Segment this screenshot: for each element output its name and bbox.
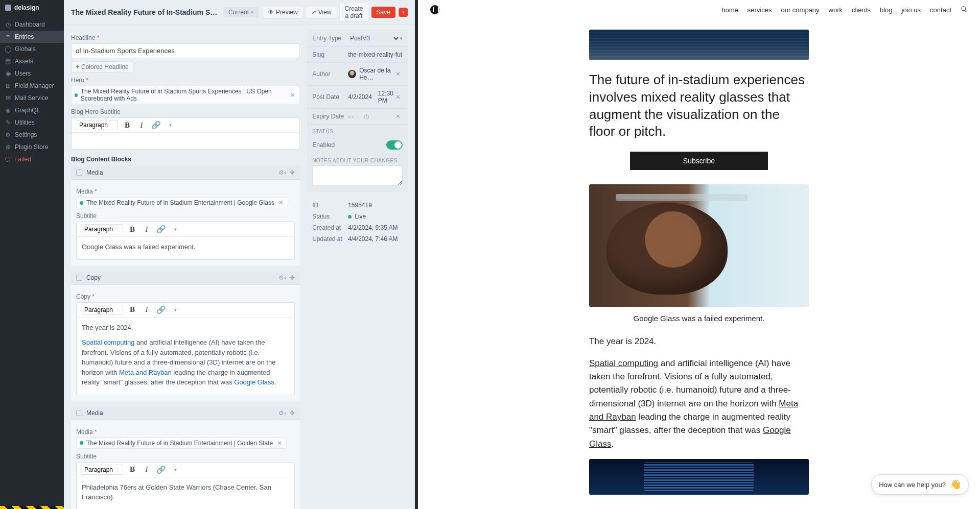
copy-body[interactable]: The year is 2024. Spatial computing and … xyxy=(77,318,294,395)
sidebar-item-utilities[interactable]: ✎Utilities xyxy=(0,116,64,129)
chevron-down-icon: ▾ xyxy=(400,36,403,41)
subtitle-body[interactable]: Philadelphia 76ers at Golden State Warri… xyxy=(77,477,294,510)
italic-button[interactable]: I xyxy=(142,305,152,315)
subscribe-button[interactable]: Subscribe xyxy=(630,152,768,170)
nav-blog[interactable]: blog xyxy=(880,6,893,14)
remove-author-icon[interactable]: ✕ xyxy=(393,70,403,78)
more-format-button[interactable]: ▾ xyxy=(170,465,180,475)
paragraph-select[interactable]: Paragraph xyxy=(81,465,123,475)
block-move-icon[interactable]: ✥ xyxy=(290,169,295,176)
nav-clients[interactable]: clients xyxy=(852,6,871,14)
link-button[interactable]: 🔗 xyxy=(156,305,166,315)
revision-select[interactable]: Current▾ xyxy=(223,7,259,17)
plus-icon: + xyxy=(76,63,79,70)
clear-expiry-icon[interactable]: ✕ xyxy=(393,113,403,120)
nav-work[interactable]: work xyxy=(829,6,843,14)
sidebar-item-assets[interactable]: ▤Assets xyxy=(0,55,64,67)
save-button[interactable]: Save xyxy=(371,7,395,18)
add-colored-headline-button[interactable]: +Colored Headline xyxy=(71,61,133,72)
nav-home[interactable]: home xyxy=(721,6,738,14)
more-format-button[interactable]: ▾ xyxy=(165,120,175,130)
status-dot-icon xyxy=(75,93,78,97)
brand[interactable]: delasign xyxy=(0,0,64,15)
sidebar-item-failed[interactable]: Failed xyxy=(0,153,64,165)
slug-input[interactable] xyxy=(348,51,403,58)
hero-image xyxy=(589,30,809,60)
status-dot-icon xyxy=(80,201,83,205)
block-settings-icon[interactable]: ⚙▾ xyxy=(278,169,287,176)
enabled-toggle[interactable] xyxy=(386,140,403,150)
entry-meta-panel: Entry TypePostV3▾ Slug AuthorOscar de la… xyxy=(307,30,408,192)
nav-join-us[interactable]: join us xyxy=(902,6,921,14)
clock-icon[interactable]: ◷ xyxy=(364,113,369,120)
site-logo-icon[interactable] xyxy=(430,5,439,14)
sidebar-item-users[interactable]: ◉Users xyxy=(0,67,64,80)
view-button[interactable]: ↗View xyxy=(306,7,337,18)
block-checkbox[interactable] xyxy=(76,169,82,176)
link-spatial-computing[interactable]: Spatial computing xyxy=(589,358,658,368)
cms-sidebar: delasign ◷Dashboard ≡Entries ◯Globals ▤A… xyxy=(0,0,64,509)
nav-our-company[interactable]: our company xyxy=(781,6,819,14)
more-format-button[interactable]: ▾ xyxy=(170,224,180,234)
calendar-icon[interactable]: ▭ xyxy=(348,113,354,120)
sidebar-item-globals[interactable]: ◯Globals xyxy=(0,43,64,55)
post-date-input[interactable]: 4/2/2024 xyxy=(348,93,372,101)
remove-asset-icon[interactable]: ✕ xyxy=(276,440,283,447)
search-icon[interactable] xyxy=(961,6,968,14)
block-settings-icon[interactable]: ⚙▾ xyxy=(278,274,287,281)
block-checkbox[interactable] xyxy=(76,275,82,281)
bold-button[interactable]: B xyxy=(122,120,132,130)
sidebar-item-dashboard[interactable]: ◷Dashboard xyxy=(0,18,64,31)
italic-button[interactable]: I xyxy=(142,465,152,475)
block-asset-chip[interactable]: The Mixed Reality Future of in Stadium E… xyxy=(76,438,287,449)
nav-contact[interactable]: contact xyxy=(930,6,951,14)
preview-button[interactable]: 👁Preview xyxy=(263,7,303,18)
block-settings-icon[interactable]: ⚙▾ xyxy=(278,409,287,417)
bold-button[interactable]: B xyxy=(127,224,137,234)
paragraph-select[interactable]: Paragraph xyxy=(81,224,123,234)
block-move-icon[interactable]: ✥ xyxy=(290,409,295,417)
blog-hero-subtitle-label: Blog Hero Subtitle xyxy=(71,108,300,115)
sidebar-item-field-manager[interactable]: ⊞Field Manager xyxy=(0,80,64,92)
more-format-button[interactable]: ▾ xyxy=(170,305,180,315)
content-block-media-2: Media ⚙▾✥ Media * The Mixed Reality Futu… xyxy=(71,406,300,510)
sidebar-item-entries[interactable]: ≡Entries xyxy=(0,31,64,43)
sidebar-item-mail-service[interactable]: ✉Mail Service xyxy=(0,92,64,104)
entry-type-select[interactable]: PostV3 xyxy=(348,34,400,42)
paragraph-select[interactable]: Paragraph xyxy=(81,305,123,315)
hero-asset-chip[interactable]: The Mixed Reality Future of in Stadium S… xyxy=(71,86,300,104)
share-icon: ↗ xyxy=(311,9,316,16)
status-dot-icon xyxy=(348,215,352,219)
help-chat-bubble[interactable]: How can we help you? 👋 xyxy=(871,474,969,495)
link-button[interactable]: 🔗 xyxy=(151,120,161,130)
link-button[interactable]: 🔗 xyxy=(156,465,166,475)
headline-input[interactable] xyxy=(71,43,300,58)
italic-button[interactable]: I xyxy=(136,120,147,130)
list-icon: ≡ xyxy=(5,34,11,40)
block-checkbox[interactable] xyxy=(76,410,82,416)
italic-button[interactable]: I xyxy=(142,224,152,234)
sidebar-item-settings[interactable]: ⚙Settings xyxy=(0,129,64,141)
bold-button[interactable]: B xyxy=(127,465,137,475)
remove-asset-icon[interactable]: ✕ xyxy=(289,91,296,99)
chevron-down-icon: ▾ xyxy=(169,123,172,128)
paragraph-select[interactable]: Paragraph xyxy=(76,120,118,130)
nav-services[interactable]: services xyxy=(748,6,772,14)
save-menu-button[interactable]: ▾ xyxy=(399,8,408,17)
sidebar-item-plugin-store[interactable]: ⊕Plugin Store xyxy=(0,141,64,153)
sidebar-item-graphql[interactable]: ◈GraphQL xyxy=(0,104,64,116)
hero-subtitle-body[interactable] xyxy=(72,133,299,149)
link-button[interactable]: 🔗 xyxy=(156,224,166,234)
wrench-icon: ✎ xyxy=(5,120,11,126)
block-asset-chip[interactable]: The Mixed Reality Future of in Stadium E… xyxy=(76,197,288,208)
bold-button[interactable]: B xyxy=(127,305,137,315)
clear-date-icon[interactable]: ✕ xyxy=(393,93,403,101)
image-caption: Google Glass was a failed experiment. xyxy=(589,314,809,323)
subtitle-body[interactable]: Google Glass was a failed experiment. xyxy=(77,237,294,259)
block-move-icon[interactable]: ✥ xyxy=(290,274,295,281)
remove-asset-icon[interactable]: ✕ xyxy=(277,199,285,206)
notes-textarea[interactable] xyxy=(312,165,403,186)
create-draft-button[interactable]: Create a draft xyxy=(340,3,368,21)
eye-icon: 👁 xyxy=(268,9,274,16)
post-time-input[interactable]: 12:30 PM xyxy=(378,90,393,104)
